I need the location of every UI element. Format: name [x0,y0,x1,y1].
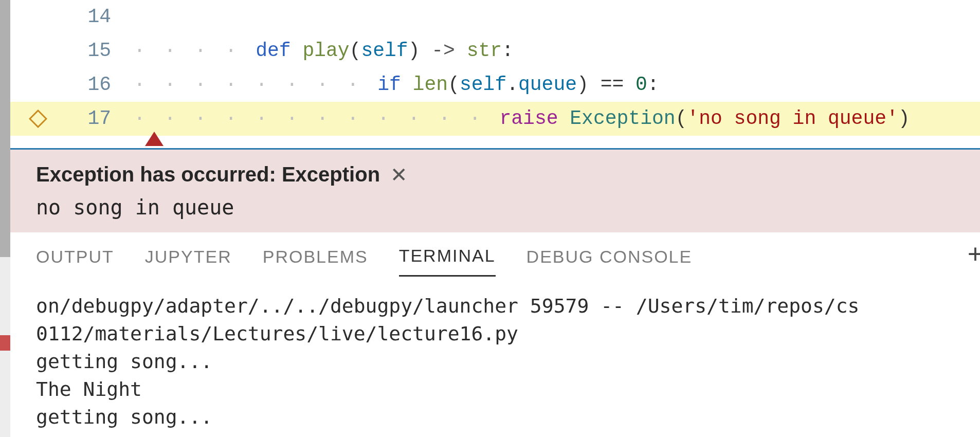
param-self: self [361,40,408,62]
terminal-line: getting song... [36,406,212,428]
minimap-overview[interactable] [0,0,10,437]
literal-zero: 0 [636,74,647,96]
terminal-output[interactable]: on/debugpy/adapter/../../debugpy/launche… [36,277,980,431]
code-line-current[interactable]: 17 · · · · · · · · · · · · raise Excepti… [10,102,980,136]
code-content[interactable]: · · · · def play(self) -> str: [134,34,980,68]
code-content[interactable]: · · · · · · · · if len(self.queue) == 0: [134,68,980,102]
exception-title: Exception has occurred: Exception [36,163,380,186]
func-len: len [413,74,448,96]
tab-debug-console[interactable]: DEBUG CONSOLE [527,243,693,276]
bottom-panel: OUTPUT JUPYTER PROBLEMS TERMINAL DEBUG C… [10,232,980,431]
breakpoint-diamond-icon[interactable] [29,110,47,128]
add-panel-icon[interactable]: + [968,239,980,269]
line-number: 17 [87,102,111,136]
terminal-line: on/debugpy/adapter/../../debugpy/launche… [36,295,859,317]
code-editor[interactable]: 14 15 · · · · def play(self) -> str: 16 … [10,0,980,136]
terminal-line: 0112/materials/Lectures/live/lecture16.p… [36,322,518,345]
string-literal: 'no song in queue' [687,107,898,130]
code-line[interactable]: 14 [10,0,980,34]
svg-marker-0 [30,111,46,127]
tab-jupyter[interactable]: JUPYTER [145,243,232,276]
class-exception: Exception [570,107,675,130]
overview-scroll-region[interactable] [0,0,10,257]
code-line[interactable]: 15 · · · · def play(self) -> str: [10,34,980,68]
exception-panel: Exception has occurred: Exception ✕ no s… [10,148,980,232]
exception-message: no song in queue [36,195,965,219]
panel-tabs: OUTPUT JUPYTER PROBLEMS TERMINAL DEBUG C… [36,242,980,277]
close-icon[interactable]: ✕ [390,165,408,185]
line-number: 16 [87,68,111,102]
tab-problems[interactable]: PROBLEMS [263,243,368,276]
attr-queue: queue [518,74,577,96]
keyword-def: def [256,40,291,62]
terminal-line: getting song... [36,350,212,373]
code-content[interactable]: · · · · · · · · · · · · raise Exception(… [134,102,980,136]
keyword-raise: raise [499,107,558,130]
error-triangle-icon [145,132,164,146]
tab-output[interactable]: OUTPUT [36,243,114,276]
return-type: str [467,40,502,62]
keyword-if: if [377,74,401,96]
overview-error-marker[interactable] [0,335,10,351]
code-line[interactable]: 16 · · · · · · · · if len(self.queue) ==… [10,68,980,102]
terminal-line: The Night [36,378,142,400]
tab-terminal[interactable]: TERMINAL [399,242,496,277]
line-number: 15 [87,34,111,68]
line-number: 14 [87,0,111,34]
func-name: play [302,40,349,62]
